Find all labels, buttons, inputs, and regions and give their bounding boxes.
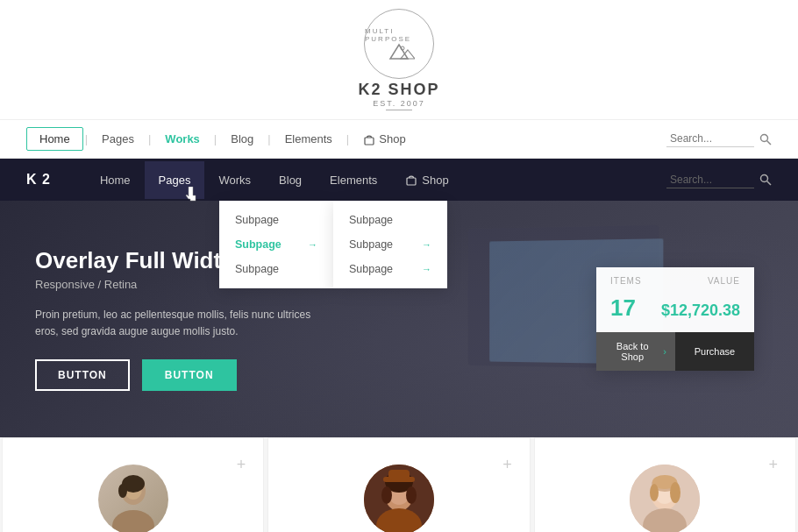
svg-rect-22 [388, 470, 410, 480]
logo-tagline: MULTI PURPOSE [365, 27, 433, 43]
avatar-1 [98, 465, 168, 532]
person-avatar-3 [630, 465, 700, 532]
purchase-box-values: 17 $12,720.38 [596, 289, 754, 332]
items-label: ITEMS [610, 276, 642, 286]
svg-line-5 [767, 140, 772, 145]
plus-icon-3[interactable]: + [768, 456, 778, 474]
bottom-section: + + [0, 437, 798, 532]
hero-btn-outline[interactable]: BUTTON [35, 359, 130, 391]
top-nav-elements[interactable]: Elements [273, 128, 345, 150]
top-menu-bar: Home | Pages | Works | Blog | Elements |… [0, 120, 798, 159]
dropdown-item-3[interactable]: Subpage [219, 257, 333, 281]
purchase-value: $12,720.38 [661, 301, 740, 320]
bottom-card-3: + [534, 437, 796, 532]
dropdown-container: Subpage Subpage → Subpage Subpage Subpag… [219, 201, 447, 288]
dropdown-sub-item-2[interactable]: Subpage → [333, 232, 447, 257]
svg-point-29 [670, 482, 680, 503]
dropdown-item-1[interactable]: Subpage [219, 208, 333, 232]
svg-marker-0 [390, 45, 408, 59]
dark-search-input[interactable] [666, 172, 754, 188]
dark-nav: K 2 Home Pages Works Blog Elements [0, 159, 798, 201]
svg-rect-6 [407, 178, 416, 185]
avatar-3 [630, 465, 700, 532]
hero-btn-green[interactable]: BUTTON [142, 359, 237, 391]
svg-point-19 [406, 486, 417, 504]
svg-point-10 [112, 510, 154, 532]
top-search-input[interactable] [666, 131, 754, 147]
svg-point-30 [650, 484, 659, 501]
dark-nav-wrapper: K 2 Home Pages Works Blog Elements [0, 159, 798, 437]
bottom-card-1: + [2, 437, 264, 532]
top-nav-blog[interactable]: Blog [218, 128, 266, 150]
logo-est: EST. 2007 [373, 99, 425, 108]
dropdown-menu-level1: Subpage Subpage → Subpage [219, 201, 333, 288]
bag-icon [363, 133, 375, 145]
avatar-2 [364, 465, 434, 532]
svg-point-18 [381, 486, 392, 504]
purchase-box: ITEMS VALUE 17 $12,720.38 Back to Shop ›… [596, 267, 754, 371]
bottom-card-2: + [267, 437, 530, 532]
dark-nav-home[interactable]: Home [86, 161, 145, 199]
top-nav-pages[interactable]: Pages [89, 128, 146, 150]
value-label: VALUE [708, 276, 740, 286]
dropdown-sub-item-3[interactable]: Subpage → [333, 257, 447, 281]
back-to-shop-button[interactable]: Back to Shop › [596, 332, 675, 371]
search-icon-top[interactable] [759, 133, 772, 145]
dark-bag-icon [405, 174, 417, 186]
top-search-area [666, 131, 772, 147]
sub-arrow-3: → [422, 264, 431, 274]
dark-nav-works[interactable]: Works [204, 161, 265, 199]
dark-nav-items: Home Pages Works Blog Elements [86, 161, 463, 199]
svg-point-7 [761, 175, 768, 182]
logo-circle: MULTI PURPOSE [364, 9, 434, 79]
top-logo-section: MULTI PURPOSE K2 SHOP EST. 2007 [0, 0, 798, 120]
dark-nav-shop[interactable]: Shop [391, 161, 462, 199]
hero-buttons: BUTTON BUTTON [35, 359, 386, 391]
search-icon-dark[interactable] [759, 174, 772, 186]
sub-arrow-2: → [422, 239, 431, 250]
purchase-button[interactable]: Purchase [675, 332, 754, 371]
logo-mountain-icon [383, 43, 415, 60]
svg-point-4 [761, 134, 768, 141]
plus-icon-2[interactable]: + [502, 456, 512, 474]
arrow-icon: → [308, 239, 317, 250]
dropdown-item-2[interactable]: Subpage → [219, 232, 333, 257]
plus-icon-1[interactable]: + [237, 456, 246, 474]
dark-nav-brand: K 2 [26, 172, 51, 188]
top-nav-shop[interactable]: Shop [351, 128, 417, 150]
hero-description: Proin pretium, leo ac pellentesque molli… [35, 307, 316, 340]
purchase-box-header: ITEMS VALUE [596, 267, 754, 289]
svg-line-8 [767, 181, 772, 186]
dark-nav-blog[interactable]: Blog [265, 161, 316, 199]
dropdown-sub-item-1[interactable]: Subpage [333, 208, 447, 232]
svg-rect-3 [365, 138, 374, 145]
person-avatar-2 [364, 465, 434, 532]
items-count: 17 [610, 294, 636, 322]
logo-divider [386, 110, 412, 110]
logo-title: K2 SHOP [358, 81, 439, 99]
purchase-box-footer: Back to Shop › Purchase [596, 332, 754, 371]
top-nav-home[interactable]: Home [26, 127, 83, 151]
person-avatar-1 [98, 465, 168, 532]
cursor-hand-icon [183, 187, 197, 204]
dropdown-menu-level2: Subpage Subpage → Subpage → [333, 201, 447, 288]
dark-search-area [666, 172, 772, 188]
site-logo: MULTI PURPOSE K2 SHOP EST. 2007 [274, 9, 523, 110]
top-menu-items: Home | Pages | Works | Blog | Elements |… [26, 127, 418, 151]
dark-nav-elements[interactable]: Elements [316, 161, 391, 199]
top-nav-works[interactable]: Works [153, 128, 212, 150]
svg-point-13 [118, 484, 127, 498]
dark-nav-pages[interactable]: Pages [145, 161, 205, 199]
